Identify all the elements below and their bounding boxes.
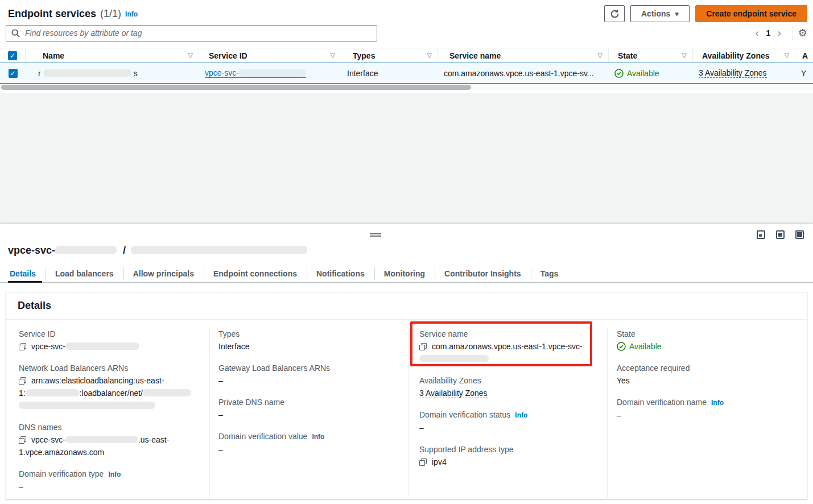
field-types: Types Interface	[218, 328, 398, 353]
details-card: Details Service ID vpce-svc- Network Loa…	[6, 292, 807, 499]
sort-icon[interactable]: ▽	[781, 52, 789, 59]
row-state-cell: Available	[609, 69, 693, 78]
details-column-3: Service name com.amazonaws.vpce.us-east-…	[408, 328, 607, 498]
field-gwlb-arns: Gateway Load Balancers ARNs –	[218, 362, 398, 387]
row-service-name-cell: com.amazonaws.vpce.us-east-1.vpce-sv...	[438, 69, 609, 78]
caret-down-icon: ▼	[675, 11, 679, 17]
tab-notifications[interactable]: Notifications	[307, 265, 374, 282]
redacted-name	[43, 69, 131, 77]
redacted-lb-name	[143, 389, 191, 396]
sort-icon[interactable]: ▽	[327, 52, 335, 59]
info-link[interactable]: Info	[711, 396, 724, 409]
sort-icon[interactable]: ▽	[595, 52, 602, 59]
sort-icon[interactable]: ▽	[679, 52, 687, 59]
table-header-row: ✓ Name ▽ Service ID ▽ Types ▽ Service na…	[0, 48, 813, 63]
search-row: ‹ 1 › ⚙	[6, 24, 807, 42]
pagination-divider	[792, 26, 793, 40]
field-state: State Available	[617, 328, 797, 353]
status-badge: Available	[617, 340, 797, 353]
info-link[interactable]: Info	[515, 409, 527, 422]
availability-zones-link[interactable]: 3 Availability Zones	[419, 389, 488, 398]
details-card-body: Service ID vpce-svc- Network Load Balanc…	[6, 320, 807, 498]
horizontal-scrollbar[interactable]	[0, 85, 813, 90]
panel-resize-handle[interactable]	[370, 233, 381, 237]
redacted-account-id	[26, 389, 80, 396]
endpoint-services-table: ✓ Name ▽ Service ID ▽ Types ▽ Service na…	[0, 48, 813, 90]
row-select-cell: ✓	[0, 69, 26, 78]
tab-load-balancers[interactable]: Load balancers	[46, 265, 123, 282]
column-header-acceptance[interactable]: A	[795, 48, 813, 63]
search-input[interactable]	[24, 28, 372, 38]
sort-icon[interactable]: ▽	[185, 52, 193, 59]
panel-position-full-icon[interactable]	[795, 230, 804, 239]
redacted-dns	[65, 436, 138, 443]
page-number[interactable]: 1	[764, 28, 773, 38]
panel-position-side-icon[interactable]	[776, 230, 785, 239]
field-domain-verification-status: Domain verification status Info –	[419, 408, 597, 434]
page-title-text: Endpoint services	[8, 8, 96, 20]
scrollbar-thumb[interactable]	[1, 85, 471, 90]
row-name-cell: r s	[26, 69, 199, 78]
tab-tags[interactable]: Tags	[531, 265, 568, 282]
field-domain-verification-name: Domain verification name Info –	[617, 396, 797, 422]
column-header-types[interactable]: Types ▽	[341, 48, 438, 63]
copy-icon[interactable]	[419, 343, 427, 350]
copy-icon[interactable]	[19, 436, 26, 444]
row-checkbox[interactable]: ✓	[9, 69, 18, 78]
field-domain-verification-type: Domain verification type Info –	[19, 468, 199, 493]
field-acceptance-required: Acceptance required Yes	[617, 362, 797, 387]
check-circle-icon	[614, 69, 624, 78]
field-supported-ip: Supported IP address type ipv4	[419, 443, 597, 468]
select-all-checkbox[interactable]: ✓	[8, 51, 17, 60]
info-link[interactable]: Info	[108, 468, 121, 481]
redacted-arn-tail	[19, 402, 155, 409]
column-header-availability-zones[interactable]: Availability Zones ▽	[693, 48, 795, 63]
table-row[interactable]: ✓ r s vpce-svc- Interface com.amazonaws.…	[0, 63, 813, 84]
panel-layout-controls	[757, 230, 804, 239]
actions-button[interactable]: Actions ▼	[630, 5, 690, 22]
search-icon	[11, 29, 20, 38]
column-header-service-name[interactable]: Service name ▽	[438, 48, 609, 63]
tab-contributor-insights[interactable]: Contributor Insights	[435, 265, 531, 282]
create-endpoint-service-button[interactable]: Create endpoint service	[695, 5, 807, 22]
tab-allow-principals[interactable]: Allow principals	[123, 265, 204, 282]
panel-position-bottom-icon[interactable]	[757, 230, 765, 239]
tab-endpoint-connections[interactable]: Endpoint connections	[204, 265, 307, 282]
availability-zones-link[interactable]: 3 Availability Zones	[699, 68, 767, 78]
service-id-link[interactable]: vpce-svc-	[205, 68, 306, 78]
actions-button-label: Actions	[641, 9, 670, 18]
header-actions: Actions ▼ Create endpoint service	[604, 5, 807, 22]
endpoint-services-list-section: Endpoint services (1/1) Info Actions ▼ C…	[0, 0, 813, 93]
column-header-service-id[interactable]: Service ID ▽	[199, 48, 341, 63]
row-availability-zones-cell: 3 Availability Zones	[693, 68, 795, 78]
copy-icon[interactable]	[419, 458, 427, 466]
field-dns-names: DNS names vpce-svc-.us-east- 1.vpce.amaz…	[19, 421, 199, 458]
row-acceptance-cell: Y	[795, 69, 813, 78]
page-title: Endpoint services (1/1) Info	[8, 8, 138, 20]
details-column-1: Service ID vpce-svc- Network Load Balanc…	[6, 328, 209, 498]
preferences-gear-button[interactable]: ⚙	[798, 28, 807, 38]
select-all-cell: ✓	[0, 48, 26, 63]
info-link[interactable]: Info	[125, 10, 138, 18]
redacted-service-id	[239, 69, 306, 77]
column-header-state[interactable]: State ▽	[609, 48, 693, 63]
tab-monitoring[interactable]: Monitoring	[374, 265, 435, 282]
field-domain-verification-value: Domain verification value Info –	[218, 430, 398, 456]
details-card-heading: Details	[6, 292, 807, 320]
refresh-button[interactable]	[604, 5, 625, 22]
field-service-id: Service ID vpce-svc-	[19, 328, 199, 353]
tab-details[interactable]: Details	[8, 265, 46, 282]
next-page-button[interactable]: ›	[773, 28, 786, 39]
previous-page-button[interactable]: ‹	[750, 28, 764, 39]
sort-icon[interactable]: ▽	[424, 52, 432, 59]
copy-icon[interactable]	[19, 377, 26, 385]
redacted-title-name	[131, 246, 307, 254]
info-link[interactable]: Info	[312, 431, 324, 443]
copy-icon[interactable]	[19, 343, 26, 350]
split-panel: vpce-svc- / Details Load balancers Allow…	[0, 224, 813, 504]
page-background	[0, 93, 813, 224]
column-header-name[interactable]: Name ▽	[26, 48, 199, 63]
redacted-title-id	[55, 246, 117, 254]
search-box	[6, 25, 377, 42]
row-types-cell: Interface	[341, 69, 438, 78]
